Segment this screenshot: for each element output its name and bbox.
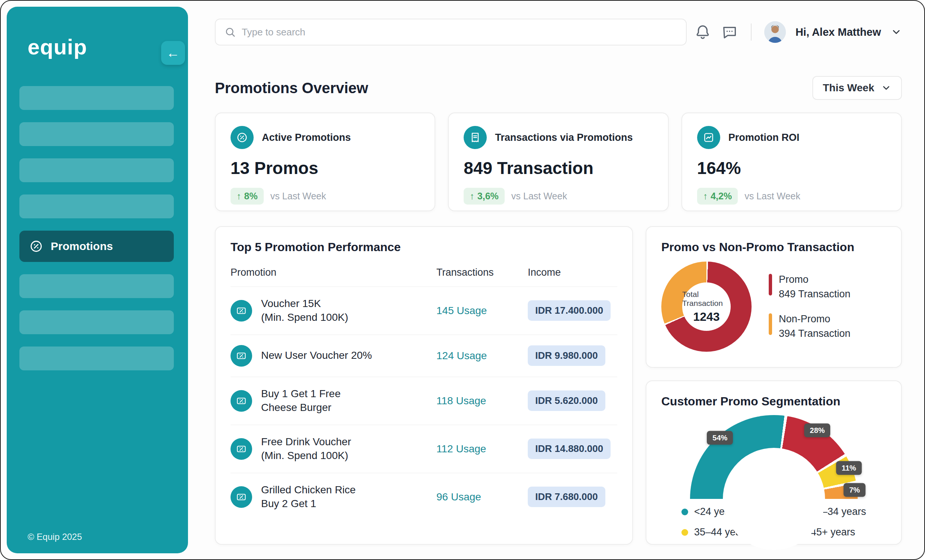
- messages-button[interactable]: [721, 24, 738, 41]
- promotion-name: Grilled Chicken Rice Buy 2 Get 1: [261, 483, 356, 511]
- donut-legend: Promo 849 Transaction Non-Promo 394 Tran…: [769, 274, 850, 339]
- promo-donut-chart: Total Transaction 1243: [661, 261, 752, 352]
- legend-item-promo: Promo 849 Transaction: [769, 274, 850, 300]
- legend-color-dot: [681, 529, 688, 536]
- sidebar-collapse-button[interactable]: ←: [161, 41, 185, 65]
- legend-label: 45+ years: [811, 527, 855, 538]
- sidebar-item-placeholder[interactable]: [20, 86, 174, 110]
- promotion-transactions: 124 Usage: [436, 350, 528, 362]
- copyright-text: © Equip 2025: [28, 532, 82, 542]
- sidebar-item-placeholder[interactable]: [20, 310, 174, 334]
- promotion-income-badge: IDR 17.400.000: [528, 300, 610, 321]
- promo-vs-nonpromo-card: Promo vs Non-Promo Transaction Total Tra…: [646, 226, 902, 368]
- delta-badge: ↑ 8%: [230, 188, 264, 204]
- column-header-income: Income: [528, 267, 617, 278]
- sidebar-menu: Promotions: [20, 86, 174, 370]
- stat-title: Transactions via Promotions: [495, 132, 633, 143]
- delta-badge: ↑ 4,2%: [697, 188, 738, 204]
- table-row[interactable]: New User Voucher 20% 124 Usage IDR 9.980…: [230, 335, 617, 377]
- legend-color-dot: [681, 509, 688, 515]
- sidebar-item-label: Promotions: [51, 240, 113, 252]
- promotion-transactions: 118 Usage: [436, 395, 528, 407]
- sidebar: equip ← Promotions © Equip 2025: [7, 7, 188, 553]
- promotion-transactions: 96 Usage: [436, 491, 528, 503]
- arrow-up-icon: ↑: [237, 191, 241, 201]
- main-content: Hi, Alex Matthew Promotions Overview Thi…: [188, 1, 924, 559]
- performance-table-body: Voucher 15K (Min. Spend 100K) 145 Usage …: [230, 287, 617, 521]
- promotion-name: Buy 1 Get 1 Free Cheese Burger: [261, 387, 340, 415]
- promotion-name: Voucher 15K (Min. Spend 100K): [261, 297, 348, 324]
- donut-center-label: Total Transaction: [682, 290, 731, 308]
- stats-row: Active Promotions 13 Promos ↑ 8% vs Last…: [215, 113, 902, 211]
- gauge-percent-badge: 7%: [844, 483, 866, 497]
- promotion-income-badge: IDR 14.880.000: [528, 438, 610, 459]
- stat-card-transactions: Transactions via Promotions 849 Transact…: [448, 113, 668, 211]
- legend-label: Promo: [779, 274, 850, 285]
- promotion-name: New User Voucher 20%: [261, 349, 372, 363]
- chat-icon: [721, 24, 738, 41]
- stat-title: Active Promotions: [262, 132, 351, 143]
- gauge-percent-badge: 11%: [836, 461, 862, 475]
- voucher-icon: [230, 390, 252, 412]
- promotion-transactions: 145 Usage: [436, 305, 528, 317]
- delta-note: vs Last Week: [511, 191, 567, 201]
- legend-color-bar: [769, 313, 772, 335]
- chevron-down-icon[interactable]: [891, 27, 902, 38]
- stat-value: 13 Promos: [230, 158, 420, 178]
- arrow-up-icon: ↑: [703, 191, 708, 201]
- table-header: Promotion Transactions Income: [230, 254, 617, 287]
- search-input[interactable]: [242, 27, 677, 38]
- topbar: Hi, Alex Matthew: [215, 19, 902, 45]
- stat-card-active-promotions: Active Promotions 13 Promos ↑ 8% vs Last…: [215, 113, 435, 211]
- table-row[interactable]: Voucher 15K (Min. Spend 100K) 145 Usage …: [230, 287, 617, 335]
- donut-chart-title: Promo vs Non-Promo Transaction: [661, 240, 886, 254]
- table-row[interactable]: Free Drink Voucher (Min. Spend 100K) 112…: [230, 425, 617, 473]
- legend-color-bar: [769, 274, 772, 296]
- sidebar-item-placeholder[interactable]: [20, 274, 174, 298]
- badge-percent-icon: [230, 126, 254, 149]
- voucher-icon: [230, 438, 252, 460]
- sidebar-item-placeholder[interactable]: [20, 122, 174, 146]
- arrow-up-icon: ↑: [470, 191, 475, 201]
- sidebar-item-promotions[interactable]: Promotions: [20, 231, 174, 262]
- stat-value: 849 Transaction: [464, 158, 653, 178]
- legend-value: 394 Transaction: [779, 328, 850, 339]
- promotion-income-badge: IDR 5.620.000: [528, 390, 606, 411]
- gauge-percent-badge: 28%: [804, 423, 830, 437]
- table-row[interactable]: Grilled Chicken Rice Buy 2 Get 1 96 Usag…: [230, 473, 617, 521]
- donut-center: Total Transaction 1243: [682, 282, 731, 331]
- gauge-percent-badge: 54%: [707, 431, 733, 445]
- sidebar-item-placeholder[interactable]: [20, 158, 174, 182]
- delta-note: vs Last Week: [744, 191, 800, 201]
- column-header-promotion: Promotion: [230, 267, 436, 278]
- promotion-name: Free Drink Voucher (Min. Spend 100K): [261, 435, 351, 463]
- delta-badge: ↑ 3,6%: [464, 188, 504, 204]
- stat-card-roi: Promotion ROI 164% ↑ 4,2% vs Last Week: [681, 113, 902, 211]
- chart-icon: [697, 126, 720, 149]
- column-header-transactions: Transactions: [436, 267, 528, 278]
- donut-center-value: 1243: [693, 310, 720, 324]
- page-title: Promotions Overview: [215, 80, 368, 96]
- user-greeting[interactable]: Hi, Alex Matthew: [795, 26, 881, 38]
- voucher-icon: [230, 486, 252, 508]
- period-filter-dropdown[interactable]: This Week: [812, 76, 902, 100]
- gauge-hole: [723, 448, 825, 550]
- topbar-divider: [751, 24, 752, 41]
- search-box[interactable]: [215, 19, 687, 45]
- sidebar-item-placeholder[interactable]: [20, 347, 174, 370]
- gauge-chart-title: Customer Promo Segmentation: [661, 395, 886, 408]
- app-logo: equip: [28, 34, 87, 59]
- badge-percent-icon: [29, 239, 43, 253]
- voucher-icon: [230, 300, 252, 321]
- avatar[interactable]: [764, 21, 786, 43]
- stat-value: 164%: [697, 158, 886, 178]
- sidebar-item-placeholder[interactable]: [20, 195, 174, 218]
- page-header: Promotions Overview This Week: [215, 76, 902, 100]
- notifications-button[interactable]: [694, 24, 711, 41]
- avatar-image: [764, 21, 786, 43]
- search-icon: [224, 27, 236, 38]
- stat-title: Promotion ROI: [728, 132, 800, 143]
- topbar-right: Hi, Alex Matthew: [694, 21, 902, 43]
- bell-icon: [694, 24, 711, 41]
- table-row[interactable]: Buy 1 Get 1 Free Cheese Burger 118 Usage…: [230, 377, 617, 425]
